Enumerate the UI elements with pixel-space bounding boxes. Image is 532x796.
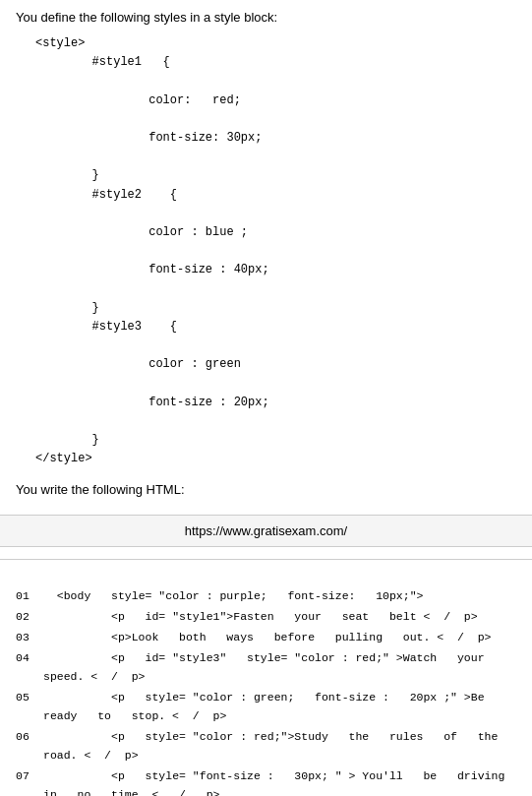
table-row: 04 <p id= "style3" style= "color : red;"…	[16, 649, 516, 687]
style-code-block: <style> #style1 { color: red; font-size:…	[16, 34, 516, 468]
line-content: <p style= "font-size : 30px; " > You'll …	[43, 767, 516, 796]
table-row: 07 <p style= "font-size : 30px; " > You'…	[16, 767, 516, 796]
line-number: 02	[16, 608, 43, 627]
line-content: <p style= "color : red;">Study the rules…	[43, 728, 516, 765]
url-bar: https://www.gratisexam.com/	[0, 515, 532, 547]
table-row: 02 <p id= "style1">Fasten your seat belt…	[16, 608, 516, 627]
line-content: <p style= "color : green; font-size : 20…	[43, 689, 516, 726]
line-number: 05	[16, 689, 43, 726]
line-number: 03	[16, 629, 43, 647]
line-number: 01	[16, 587, 43, 606]
table-row: 01 <body style= "color : purple; font-si…	[16, 587, 516, 606]
line-content: <p id= "style1">Fasten your seat belt < …	[43, 608, 478, 627]
bottom-section: 01 <body style= "color : purple; font-si…	[0, 572, 532, 796]
table-row: 05 <p style= "color : green; font-size :…	[16, 689, 516, 726]
main-content: You define the following styles in a sty…	[0, 0, 532, 515]
line-content: <body style= "color : purple; font-size:…	[43, 587, 423, 606]
line-number: 06	[16, 728, 43, 765]
intro-text: You define the following styles in a sty…	[16, 10, 516, 25]
line-content: <p>Look both ways before pulling out. < …	[43, 629, 491, 647]
html-label: You write the following HTML:	[16, 482, 516, 497]
line-content: <p id= "style3" style= "color : red;" >W…	[43, 649, 516, 687]
table-row: 06 <p style= "color : red;">Study the ru…	[16, 728, 516, 765]
line-number: 07	[16, 767, 43, 796]
line-number: 04	[16, 649, 43, 687]
style-code: <style> #style1 { color: red; font-size:…	[35, 36, 269, 465]
url-text: https://www.gratisexam.com/	[185, 523, 347, 538]
table-row: 03 <p>Look both ways before pulling out.…	[16, 629, 516, 647]
